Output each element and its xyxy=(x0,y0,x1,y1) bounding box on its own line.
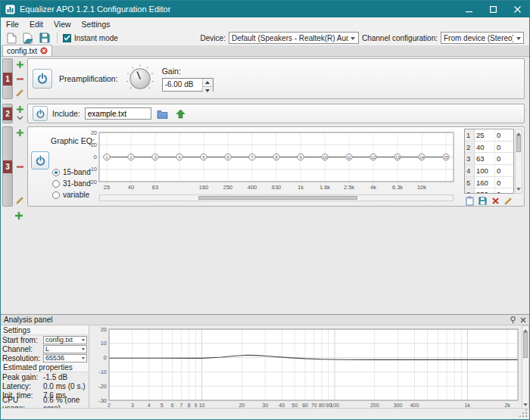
menu-view[interactable]: View xyxy=(48,17,76,30)
new-file-button[interactable] xyxy=(5,31,18,45)
save-bands-button[interactable] xyxy=(477,196,488,206)
svg-text:9: 9 xyxy=(195,403,198,408)
table-row[interactable]: 62500 xyxy=(465,188,513,194)
close-panel-icon[interactable] xyxy=(520,317,526,323)
svg-text:20: 20 xyxy=(101,326,107,333)
table-row[interactable]: 2400 xyxy=(465,142,513,154)
radio-button-icon xyxy=(52,191,60,199)
row-number: 1 xyxy=(3,73,12,86)
edit-comment-button[interactable] xyxy=(15,195,25,205)
scrollbar-thumb[interactable] xyxy=(523,332,528,358)
analysis-scrollbar[interactable] xyxy=(522,325,529,409)
toolbar: Instant mode Device: Default (Speakers -… xyxy=(1,30,529,45)
row-number-strip[interactable]: 2 xyxy=(2,104,13,123)
resolution-select[interactable]: 65536 xyxy=(43,354,87,362)
peak-gain-label: Peak gain: xyxy=(2,373,42,381)
eq-horizontal-scrollbar[interactable] xyxy=(99,194,454,201)
scroll-up-icon[interactable] xyxy=(516,129,522,135)
tab-close-icon[interactable] xyxy=(40,47,48,54)
open-included-file-button[interactable] xyxy=(174,107,188,120)
resize-grip[interactable] xyxy=(519,409,528,418)
append-filter-button[interactable] xyxy=(14,210,23,220)
power-toggle-button[interactable] xyxy=(33,106,48,121)
remove-filter-button[interactable] xyxy=(15,74,25,84)
close-button[interactable] xyxy=(505,1,529,17)
app-icon xyxy=(5,5,15,14)
row-gutter-buttons xyxy=(14,104,26,123)
tab-config-txt[interactable]: config.txt xyxy=(2,45,52,56)
row-number-strip[interactable]: 3 xyxy=(2,126,13,207)
include-label: Include: xyxy=(52,109,80,118)
spin-down-button[interactable] xyxy=(203,87,213,95)
instant-mode-checkbox[interactable] xyxy=(63,34,71,42)
instant-mode-label: Instant mode xyxy=(74,34,118,42)
maximize-button[interactable] xyxy=(481,1,505,17)
gain-knob[interactable] xyxy=(125,63,155,95)
svg-text:20: 20 xyxy=(238,403,245,408)
scroll-up-icon[interactable] xyxy=(522,326,528,332)
row-gutter-buttons xyxy=(14,58,26,99)
add-filter-button[interactable] xyxy=(15,105,25,114)
svg-text:3: 3 xyxy=(154,155,156,160)
power-toggle-button[interactable] xyxy=(33,69,52,89)
arrow-up-icon xyxy=(176,109,186,119)
edit-comment-button[interactable] xyxy=(15,88,25,98)
analysis-panel-header[interactable]: Analysis panel xyxy=(1,315,529,325)
gain-spinbox[interactable]: -6.00 dB xyxy=(162,78,214,92)
add-filter-button[interactable] xyxy=(15,60,25,70)
copy-bands-button[interactable] xyxy=(464,196,475,206)
preamp-label: Preamplification: xyxy=(59,74,118,83)
minimize-button[interactable] xyxy=(457,1,481,17)
remove-filter-button[interactable] xyxy=(15,162,25,172)
edit-bands-button[interactable] xyxy=(503,196,513,206)
add-filter-button[interactable] xyxy=(15,128,25,138)
scrollbar-thumb[interactable] xyxy=(198,196,357,200)
start-from-select[interactable]: config.txt xyxy=(43,336,87,344)
app-window: Equalizer APO 1.2.1 Configuration Editor… xyxy=(0,0,530,420)
svg-text:2: 2 xyxy=(129,155,132,160)
channel-config-select[interactable]: From device (Stereo) xyxy=(441,32,524,44)
expand-button[interactable] xyxy=(15,114,25,122)
menu-edit[interactable]: Edit xyxy=(24,17,48,30)
svg-text:40: 40 xyxy=(128,184,134,191)
svg-text:25: 25 xyxy=(104,184,110,191)
scroll-down-icon[interactable] xyxy=(516,187,522,193)
menu-file[interactable]: File xyxy=(1,17,24,30)
spin-up-button[interactable] xyxy=(203,79,213,87)
svg-text:0: 0 xyxy=(104,354,107,361)
pencil-icon xyxy=(16,89,24,97)
scrollbar-thumb[interactable] xyxy=(516,135,521,152)
table-row[interactable]: 41000 xyxy=(465,165,513,177)
svg-text:1k: 1k xyxy=(465,403,471,408)
estimated-properties-header: Estimated properties xyxy=(1,362,89,372)
table-row[interactable]: 1250 xyxy=(465,129,513,142)
dock-pin-icon[interactable] xyxy=(510,316,516,324)
svg-text:1k: 1k xyxy=(298,184,304,191)
svg-text:-10: -10 xyxy=(89,166,97,173)
menu-settings[interactable]: Settings xyxy=(76,17,116,30)
save-file-button[interactable] xyxy=(38,31,51,45)
table-row[interactable]: 3630 xyxy=(465,153,513,165)
graphic-eq-chart[interactable]: 20100-10-201252403634516062507400863091k… xyxy=(83,129,460,192)
svg-text:63: 63 xyxy=(152,184,158,191)
eq-table-scrollbar[interactable] xyxy=(515,129,522,194)
floppy-icon xyxy=(479,197,487,205)
svg-text:4: 4 xyxy=(148,403,151,408)
minus-icon xyxy=(16,165,24,169)
browse-file-button[interactable] xyxy=(156,107,170,120)
row-number-strip[interactable]: 1 xyxy=(2,58,13,99)
check-icon xyxy=(64,35,70,41)
minus-icon xyxy=(16,77,24,81)
svg-text:6.3k: 6.3k xyxy=(392,184,403,191)
include-path-input[interactable] xyxy=(85,107,151,120)
power-toggle-button[interactable] xyxy=(31,151,49,170)
svg-text:7: 7 xyxy=(179,403,182,408)
device-select[interactable]: Default (Speakers - Realtek(R) Audio) xyxy=(229,32,359,44)
table-row[interactable]: 51600 xyxy=(465,177,513,189)
analysis-settings: Settings Start from: config.txt Channel:… xyxy=(1,325,89,409)
delete-bands-button[interactable] xyxy=(490,196,500,206)
svg-text:4: 4 xyxy=(178,155,180,160)
open-file-button[interactable] xyxy=(21,31,35,45)
channel-select[interactable]: L xyxy=(43,345,87,353)
peak-gain-value: -1.5 dB xyxy=(43,373,67,381)
